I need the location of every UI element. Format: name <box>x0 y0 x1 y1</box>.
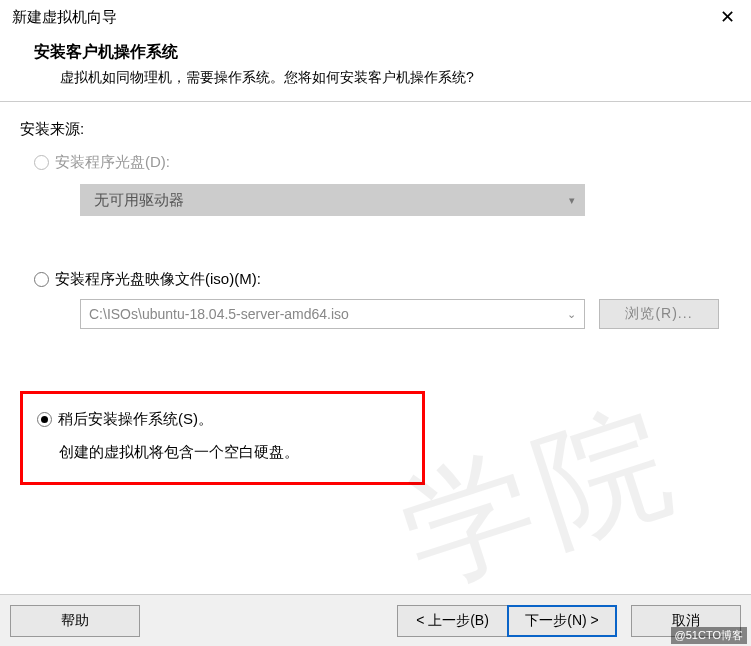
chevron-down-icon: ▾ <box>569 194 575 207</box>
option-later-highlight: 稍后安装操作系统(S)。 创建的虚拟机将包含一个空白硬盘。 <box>20 391 425 485</box>
option-iso-label: 安装程序光盘映像文件(iso)(M): <box>55 270 261 289</box>
disc-drive-dropdown: 无可用驱动器 ▾ <box>80 184 585 216</box>
option-disc: 安装程序光盘(D): <box>34 153 731 172</box>
iso-path-text: C:\ISOs\ubuntu-18.04.5-server-amd64.iso <box>89 306 349 322</box>
disc-drive-dropdown-text: 无可用驱动器 <box>94 191 184 210</box>
chevron-down-icon: ⌄ <box>567 308 576 321</box>
radio-later[interactable] <box>37 412 52 427</box>
wizard-content: 安装来源: 安装程序光盘(D): 无可用驱动器 ▾ 安装程序光盘映像文件(iso… <box>0 102 751 485</box>
install-source-label: 安装来源: <box>20 120 731 139</box>
radio-disc <box>34 155 49 170</box>
browse-button: 浏览(R)... <box>599 299 719 329</box>
close-icon[interactable]: ✕ <box>715 6 739 28</box>
option-disc-label: 安装程序光盘(D): <box>55 153 170 172</box>
option-later-label: 稍后安装操作系统(S)。 <box>58 410 213 429</box>
help-button[interactable]: 帮助 <box>10 605 140 637</box>
option-later[interactable]: 稍后安装操作系统(S)。 <box>37 410 412 429</box>
option-iso[interactable]: 安装程序光盘映像文件(iso)(M): <box>34 270 731 289</box>
radio-iso[interactable] <box>34 272 49 287</box>
back-button[interactable]: < 上一步(B) <box>397 605 507 637</box>
header-title: 安装客户机操作系统 <box>34 42 739 63</box>
titlebar: 新建虚拟机向导 ✕ <box>0 0 751 34</box>
iso-path-combobox[interactable]: C:\ISOs\ubuntu-18.04.5-server-amd64.iso … <box>80 299 585 329</box>
header-subtitle: 虚拟机如同物理机，需要操作系统。您将如何安装客户机操作系统? <box>60 69 739 87</box>
source-tag: @51CTO博客 <box>671 627 747 644</box>
window-title: 新建虚拟机向导 <box>12 8 117 27</box>
option-later-desc: 创建的虚拟机将包含一个空白硬盘。 <box>59 443 412 462</box>
wizard-footer: 帮助 < 上一步(B) 下一步(N) > 取消 <box>0 594 751 646</box>
wizard-header: 安装客户机操作系统 虚拟机如同物理机，需要操作系统。您将如何安装客户机操作系统? <box>0 34 751 102</box>
next-button[interactable]: 下一步(N) > <box>507 605 617 637</box>
